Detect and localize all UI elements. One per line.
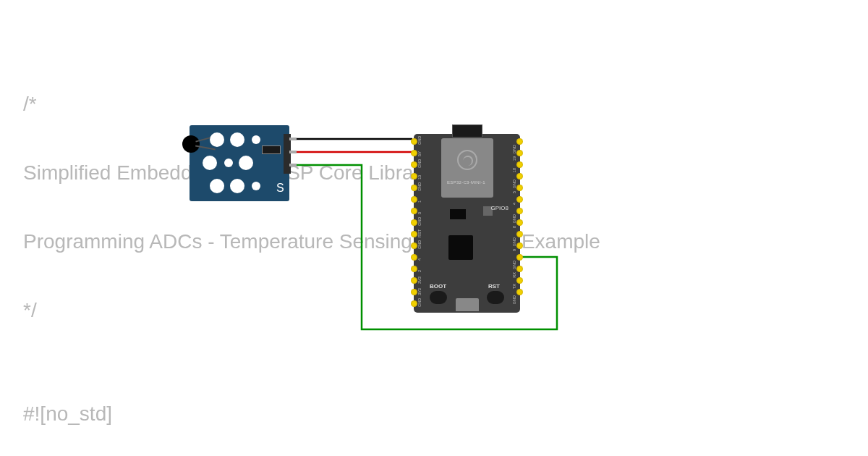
header-pin-right (516, 231, 523, 237)
pin-label: 3V3 (417, 276, 422, 284)
pin-label: 4 (417, 258, 422, 261)
header-pin-right (516, 266, 523, 272)
header-pin-left (411, 173, 417, 180)
micro-usb-port (456, 298, 479, 311)
header-pin-left (411, 231, 417, 237)
mounting-hole (210, 132, 224, 147)
header-pin-left (411, 185, 417, 191)
header-pin-right (516, 161, 523, 168)
mounting-hole (224, 159, 233, 167)
header-pin-left (411, 254, 417, 261)
esp-usb-chip (448, 235, 473, 260)
sensor-pin-vcc (289, 151, 297, 153)
pin-label: 10 (417, 175, 422, 180)
mounting-hole (230, 132, 244, 147)
pin-label: GND (417, 240, 422, 249)
pin-label: 2 (417, 270, 422, 272)
pin-label: 5 (512, 191, 516, 193)
pin-label: GND (417, 182, 422, 191)
mounting-hole (210, 179, 224, 193)
sensor-pin-gnd (289, 138, 297, 140)
mounting-hole (252, 135, 260, 144)
header-pin-left (411, 266, 417, 272)
mounting-hole (252, 182, 260, 190)
ntc-sensor-module: S (190, 125, 289, 201)
header-pin-right (516, 196, 523, 203)
header-pin-right (516, 277, 523, 284)
pin-label: 4 (512, 203, 516, 205)
espressif-logo-icon (457, 150, 477, 170)
header-pin-right (516, 150, 523, 156)
sensor-pin-signal (289, 164, 297, 166)
code-line: /* (23, 87, 600, 122)
pin-label: TX (512, 284, 516, 289)
header-pin-left (411, 150, 417, 156)
pin-label: 5V (417, 151, 422, 156)
pin-label: GND (417, 217, 422, 226)
header-pin-right (516, 208, 523, 214)
gpio8-label: GPIO8 (491, 205, 509, 211)
esp-model-label: ESP32-C3-MINI-1 (447, 180, 485, 185)
pin-label: 3V3 (417, 288, 422, 295)
reset-button[interactable] (487, 291, 504, 304)
header-pin-right (516, 173, 523, 180)
header-pin-right (516, 289, 523, 295)
pin-label: 9 (512, 249, 516, 251)
header-pin-left (411, 300, 417, 307)
sensor-s-label: S (276, 182, 284, 195)
mounting-hole (230, 179, 244, 193)
pin-label: 19 (512, 156, 516, 161)
mounting-hole (239, 156, 253, 170)
pin-label: GND (417, 298, 422, 307)
pin-label: 1 (417, 200, 422, 203)
header-pin-left (411, 161, 417, 168)
header-pin-left (411, 196, 417, 203)
code-line: #![no_std] (23, 397, 600, 431)
header-pin-right (516, 219, 523, 226)
header-pin-right (516, 242, 523, 249)
esp-rf-shield: ESP32-C3-MINI-1 (441, 138, 493, 198)
rst-label: RST (488, 283, 500, 290)
boot-button[interactable] (430, 291, 447, 304)
pin-label: RX (512, 272, 516, 278)
esp-regulator-chip (450, 209, 466, 219)
mounting-hole (203, 156, 217, 170)
pin-label: GND (512, 295, 516, 304)
esp-antenna (452, 124, 482, 138)
pin-label: 8 (512, 226, 516, 228)
header-pin-right (516, 185, 523, 191)
header-pin-left (411, 277, 417, 284)
header-pin-left (411, 138, 417, 145)
header-pin-left (411, 289, 417, 295)
pin-label: 18 (512, 168, 516, 172)
header-pin-right (516, 138, 523, 145)
header-pin-left (411, 219, 417, 226)
pin-label: GND (417, 159, 422, 168)
pin-label: 0 (417, 212, 422, 214)
thermistor-icon (182, 135, 200, 153)
esp32-c3-devkit: ESP32-C3-MINI-1 GPIO8 BOOT RST GND5VGND1… (414, 134, 520, 313)
pin-label: RST (417, 229, 422, 237)
pin-label: GND (417, 136, 422, 145)
header-pin-left (411, 208, 417, 214)
boot-label: BOOT (430, 283, 446, 290)
header-pin-left (411, 242, 417, 249)
header-pin-right (516, 254, 523, 261)
sensor-resistor (262, 145, 281, 154)
